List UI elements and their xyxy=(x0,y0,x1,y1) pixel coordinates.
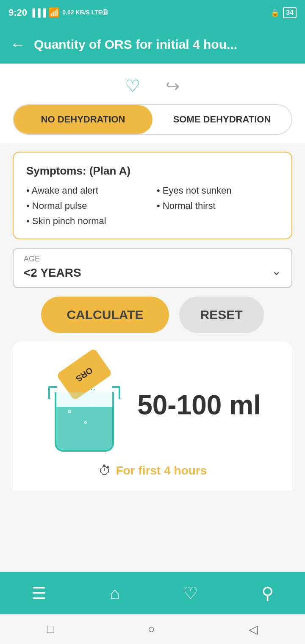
favorite-icon[interactable]: ♡ xyxy=(125,76,140,96)
time: 9:20 xyxy=(8,7,27,18)
symptom-item: Normal pulse xyxy=(26,200,148,211)
result-value: 50-100 ml xyxy=(137,389,261,421)
status-bar: 9:20 ▐▐▐ 📶 0.02 KB/S LTEⒷ 🔒 34 xyxy=(0,0,305,25)
recents-button[interactable]: □ xyxy=(47,622,54,636)
favorites-icon[interactable]: ♡ xyxy=(183,583,198,603)
tab-some-dehydration[interactable]: SOME DEHYDRATION xyxy=(152,105,291,134)
home-icon[interactable]: ⌂ xyxy=(110,584,120,603)
home-button[interactable]: ○ xyxy=(148,622,155,636)
status-bar-left: 9:20 ▐▐▐ 📶 0.02 KB/S LTEⒷ xyxy=(8,7,108,18)
button-row: CALCULATE RESET xyxy=(13,297,292,333)
reset-button[interactable]: RESET xyxy=(179,297,264,333)
bottom-nav: ☰ ⌂ ♡ ⚲ xyxy=(0,572,305,614)
symptoms-title: Symptoms: (Plan A) xyxy=(26,164,279,178)
wifi-icon: 📶 xyxy=(48,7,60,18)
app-header: ← Quantity of ORS for initial 4 hou... xyxy=(0,25,305,64)
lock-icon: 🔒 xyxy=(270,8,280,17)
ors-packet-label: ORS xyxy=(74,365,95,384)
glass-body xyxy=(55,392,114,452)
result-container: ORS • • 50-100 ml ⏱ For first 4 hour xyxy=(13,341,292,491)
back-button-android[interactable]: ◁ xyxy=(249,622,258,636)
chevron-down-icon: ⌄ xyxy=(272,264,281,278)
symptoms-grid: Awake and alert Eyes not sunken Normal p… xyxy=(26,185,279,227)
glass-liquid xyxy=(56,407,112,450)
symptom-item: Normal thirst xyxy=(157,200,279,211)
ors-illustration: ORS • • xyxy=(44,358,129,452)
glass-rim-right xyxy=(112,386,120,399)
tab-no-dehydration[interactable]: NO DEHYDRATION xyxy=(14,105,152,134)
android-nav-bar: □ ○ ◁ xyxy=(0,614,305,644)
age-label: AGE xyxy=(24,255,281,264)
lte-label: 0.02 KB/S LTEⒷ xyxy=(62,9,108,17)
for-hours-text: For first 4 hours xyxy=(116,464,207,477)
symptoms-card: Symptoms: (Plan A) Awake and alert Eyes … xyxy=(13,152,292,239)
search-icon[interactable]: ⚲ xyxy=(261,583,274,603)
glass-illustration xyxy=(48,386,120,452)
glass-rim-left xyxy=(48,386,57,399)
symptom-item: Awake and alert xyxy=(26,185,148,196)
tab-switcher: NO DEHYDRATION SOME DEHYDRATION xyxy=(13,104,292,135)
clock-icon: ⏱ xyxy=(98,464,111,478)
symptom-item: Skin pinch normal xyxy=(26,216,148,227)
signal-icon: ▐▐▐ xyxy=(30,8,46,17)
age-value: <2 YEARS xyxy=(24,266,281,280)
page-title: Quantity of ORS for initial 4 hou... xyxy=(34,37,237,52)
action-icons-row: ♡ ↪ xyxy=(0,64,305,104)
status-bar-right: 🔒 34 xyxy=(270,7,297,18)
result-display: ORS • • 50-100 ml xyxy=(25,346,280,456)
for-hours-row: ⏱ For first 4 hours xyxy=(25,456,280,491)
share-icon[interactable]: ↪ xyxy=(166,76,180,96)
back-button[interactable]: ← xyxy=(10,36,25,53)
symptom-item: Eyes not sunken xyxy=(157,185,279,196)
menu-icon[interactable]: ☰ xyxy=(31,583,47,603)
tab-container: NO DEHYDRATION SOME DEHYDRATION xyxy=(0,104,305,143)
age-dropdown[interactable]: AGE <2 YEARS ⌄ xyxy=(13,248,292,288)
battery-icon: 34 xyxy=(283,7,297,18)
calculate-button[interactable]: CALCULATE xyxy=(41,297,169,333)
